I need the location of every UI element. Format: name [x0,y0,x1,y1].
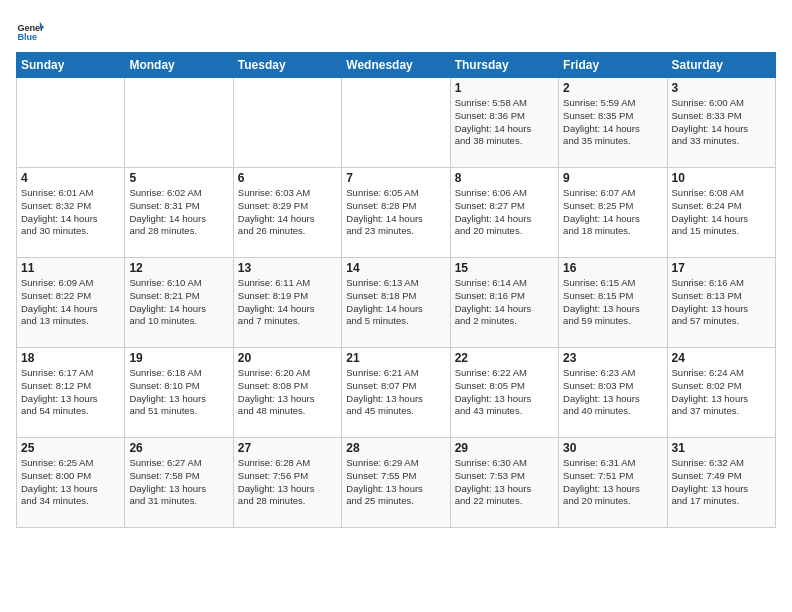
calendar-cell: 12Sunrise: 6:10 AM Sunset: 8:21 PM Dayli… [125,258,233,348]
day-info: Sunrise: 6:06 AM Sunset: 8:27 PM Dayligh… [455,187,554,238]
day-header-saturday: Saturday [667,53,775,78]
calendar-cell: 16Sunrise: 6:15 AM Sunset: 8:15 PM Dayli… [559,258,667,348]
day-info: Sunrise: 6:00 AM Sunset: 8:33 PM Dayligh… [672,97,771,148]
calendar-cell: 27Sunrise: 6:28 AM Sunset: 7:56 PM Dayli… [233,438,341,528]
day-info: Sunrise: 6:31 AM Sunset: 7:51 PM Dayligh… [563,457,662,508]
calendar-cell: 31Sunrise: 6:32 AM Sunset: 7:49 PM Dayli… [667,438,775,528]
day-info: Sunrise: 6:23 AM Sunset: 8:03 PM Dayligh… [563,367,662,418]
calendar-table: SundayMondayTuesdayWednesdayThursdayFrid… [16,52,776,528]
day-header-wednesday: Wednesday [342,53,450,78]
day-number: 29 [455,441,554,455]
day-header-thursday: Thursday [450,53,558,78]
day-number: 8 [455,171,554,185]
day-number: 21 [346,351,445,365]
day-info: Sunrise: 6:05 AM Sunset: 8:28 PM Dayligh… [346,187,445,238]
day-number: 30 [563,441,662,455]
day-info: Sunrise: 6:09 AM Sunset: 8:22 PM Dayligh… [21,277,120,328]
calendar-cell [125,78,233,168]
day-info: Sunrise: 6:24 AM Sunset: 8:02 PM Dayligh… [672,367,771,418]
day-number: 22 [455,351,554,365]
day-number: 10 [672,171,771,185]
calendar-cell: 20Sunrise: 6:20 AM Sunset: 8:08 PM Dayli… [233,348,341,438]
day-number: 6 [238,171,337,185]
calendar-cell [233,78,341,168]
day-info: Sunrise: 6:01 AM Sunset: 8:32 PM Dayligh… [21,187,120,238]
calendar-cell [17,78,125,168]
calendar-cell: 17Sunrise: 6:16 AM Sunset: 8:13 PM Dayli… [667,258,775,348]
logo-icon: General Blue [16,16,44,44]
day-info: Sunrise: 6:17 AM Sunset: 8:12 PM Dayligh… [21,367,120,418]
calendar-header-row: SundayMondayTuesdayWednesdayThursdayFrid… [17,53,776,78]
day-number: 11 [21,261,120,275]
day-number: 27 [238,441,337,455]
day-number: 20 [238,351,337,365]
day-info: Sunrise: 5:59 AM Sunset: 8:35 PM Dayligh… [563,97,662,148]
day-number: 12 [129,261,228,275]
day-info: Sunrise: 6:07 AM Sunset: 8:25 PM Dayligh… [563,187,662,238]
day-number: 15 [455,261,554,275]
calendar-cell: 25Sunrise: 6:25 AM Sunset: 8:00 PM Dayli… [17,438,125,528]
day-number: 1 [455,81,554,95]
day-number: 3 [672,81,771,95]
calendar-cell: 15Sunrise: 6:14 AM Sunset: 8:16 PM Dayli… [450,258,558,348]
day-number: 5 [129,171,228,185]
calendar-cell: 5Sunrise: 6:02 AM Sunset: 8:31 PM Daylig… [125,168,233,258]
day-info: Sunrise: 6:08 AM Sunset: 8:24 PM Dayligh… [672,187,771,238]
calendar-cell: 18Sunrise: 6:17 AM Sunset: 8:12 PM Dayli… [17,348,125,438]
day-number: 28 [346,441,445,455]
day-info: Sunrise: 6:21 AM Sunset: 8:07 PM Dayligh… [346,367,445,418]
day-number: 16 [563,261,662,275]
calendar-cell: 26Sunrise: 6:27 AM Sunset: 7:58 PM Dayli… [125,438,233,528]
day-number: 31 [672,441,771,455]
day-number: 14 [346,261,445,275]
calendar-cell: 21Sunrise: 6:21 AM Sunset: 8:07 PM Dayli… [342,348,450,438]
calendar-body: 1Sunrise: 5:58 AM Sunset: 8:36 PM Daylig… [17,78,776,528]
day-info: Sunrise: 6:16 AM Sunset: 8:13 PM Dayligh… [672,277,771,328]
calendar-cell [342,78,450,168]
calendar-cell: 7Sunrise: 6:05 AM Sunset: 8:28 PM Daylig… [342,168,450,258]
calendar-cell: 4Sunrise: 6:01 AM Sunset: 8:32 PM Daylig… [17,168,125,258]
day-header-friday: Friday [559,53,667,78]
calendar-cell: 24Sunrise: 6:24 AM Sunset: 8:02 PM Dayli… [667,348,775,438]
calendar-cell: 19Sunrise: 6:18 AM Sunset: 8:10 PM Dayli… [125,348,233,438]
calendar-cell: 14Sunrise: 6:13 AM Sunset: 8:18 PM Dayli… [342,258,450,348]
calendar-cell: 13Sunrise: 6:11 AM Sunset: 8:19 PM Dayli… [233,258,341,348]
day-number: 18 [21,351,120,365]
day-info: Sunrise: 6:14 AM Sunset: 8:16 PM Dayligh… [455,277,554,328]
day-number: 9 [563,171,662,185]
calendar-cell: 23Sunrise: 6:23 AM Sunset: 8:03 PM Dayli… [559,348,667,438]
calendar-cell: 9Sunrise: 6:07 AM Sunset: 8:25 PM Daylig… [559,168,667,258]
page-header: General Blue [16,16,776,44]
calendar-cell: 29Sunrise: 6:30 AM Sunset: 7:53 PM Dayli… [450,438,558,528]
day-info: Sunrise: 6:30 AM Sunset: 7:53 PM Dayligh… [455,457,554,508]
day-info: Sunrise: 6:13 AM Sunset: 8:18 PM Dayligh… [346,277,445,328]
day-header-monday: Monday [125,53,233,78]
week-row-3: 11Sunrise: 6:09 AM Sunset: 8:22 PM Dayli… [17,258,776,348]
calendar-cell: 22Sunrise: 6:22 AM Sunset: 8:05 PM Dayli… [450,348,558,438]
day-number: 24 [672,351,771,365]
calendar-cell: 10Sunrise: 6:08 AM Sunset: 8:24 PM Dayli… [667,168,775,258]
week-row-4: 18Sunrise: 6:17 AM Sunset: 8:12 PM Dayli… [17,348,776,438]
day-header-tuesday: Tuesday [233,53,341,78]
day-info: Sunrise: 6:28 AM Sunset: 7:56 PM Dayligh… [238,457,337,508]
day-number: 17 [672,261,771,275]
day-info: Sunrise: 6:02 AM Sunset: 8:31 PM Dayligh… [129,187,228,238]
day-info: Sunrise: 6:25 AM Sunset: 8:00 PM Dayligh… [21,457,120,508]
day-header-sunday: Sunday [17,53,125,78]
day-info: Sunrise: 6:20 AM Sunset: 8:08 PM Dayligh… [238,367,337,418]
day-info: Sunrise: 6:22 AM Sunset: 8:05 PM Dayligh… [455,367,554,418]
calendar-cell: 6Sunrise: 6:03 AM Sunset: 8:29 PM Daylig… [233,168,341,258]
calendar-cell: 1Sunrise: 5:58 AM Sunset: 8:36 PM Daylig… [450,78,558,168]
calendar-cell: 2Sunrise: 5:59 AM Sunset: 8:35 PM Daylig… [559,78,667,168]
day-info: Sunrise: 6:11 AM Sunset: 8:19 PM Dayligh… [238,277,337,328]
day-number: 26 [129,441,228,455]
day-number: 7 [346,171,445,185]
day-info: Sunrise: 6:03 AM Sunset: 8:29 PM Dayligh… [238,187,337,238]
week-row-5: 25Sunrise: 6:25 AM Sunset: 8:00 PM Dayli… [17,438,776,528]
day-number: 13 [238,261,337,275]
calendar-cell: 28Sunrise: 6:29 AM Sunset: 7:55 PM Dayli… [342,438,450,528]
day-info: Sunrise: 6:32 AM Sunset: 7:49 PM Dayligh… [672,457,771,508]
calendar-cell: 3Sunrise: 6:00 AM Sunset: 8:33 PM Daylig… [667,78,775,168]
day-info: Sunrise: 6:29 AM Sunset: 7:55 PM Dayligh… [346,457,445,508]
calendar-cell: 8Sunrise: 6:06 AM Sunset: 8:27 PM Daylig… [450,168,558,258]
